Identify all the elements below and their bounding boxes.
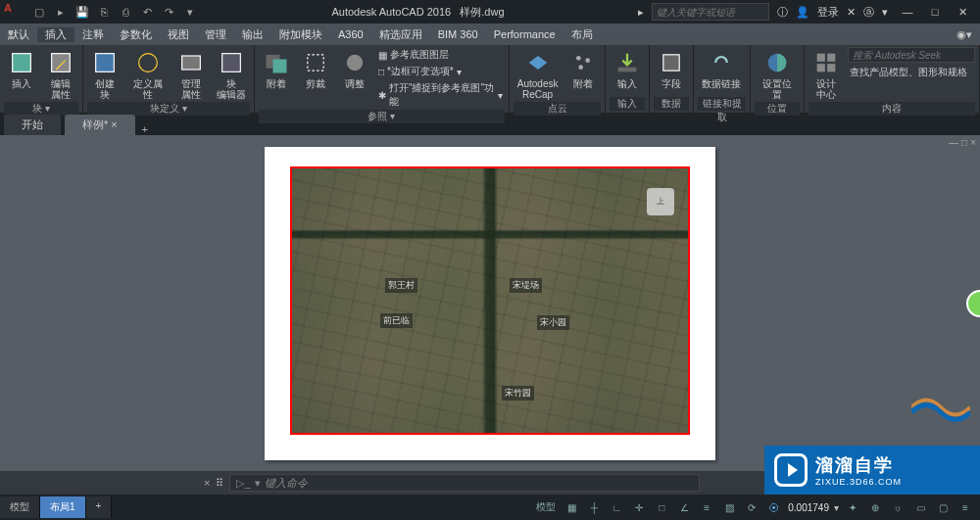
- user-icon[interactable]: 👤: [796, 6, 809, 19]
- viewport[interactable]: 上 郭王村 宋堤场 前已临 宋小园 宋竹园: [290, 166, 690, 435]
- otrack-icon[interactable]: ∠: [675, 498, 693, 516]
- panel-title: 参照 ▾: [259, 110, 505, 123]
- clean-screen-icon[interactable]: ▢: [934, 498, 952, 516]
- a360-icon[interactable]: ⓐ: [863, 5, 874, 20]
- cmdline-handle-icon[interactable]: ⠿: [216, 477, 223, 490]
- insert-button[interactable]: 插入: [4, 47, 39, 91]
- panel-title: 块 ▾: [4, 102, 78, 116]
- view-cube[interactable]: 上: [647, 188, 674, 215]
- exchange-icon[interactable]: ✕: [847, 6, 856, 19]
- transparency-icon[interactable]: ▨: [720, 498, 738, 516]
- annotation-scale[interactable]: 0.001749: [788, 502, 829, 513]
- close-button[interactable]: ✕: [951, 6, 974, 19]
- print-icon[interactable]: ⎙: [118, 4, 133, 20]
- adjust-button[interactable]: 调整: [337, 47, 372, 91]
- edit-attribute-button[interactable]: 编辑 属性: [43, 47, 78, 102]
- tab-addins[interactable]: 附加模块: [271, 27, 330, 42]
- saveas-icon[interactable]: ⎘: [96, 4, 112, 20]
- tab-insert[interactable]: 插入: [37, 27, 74, 42]
- clip-button[interactable]: 剪裁: [298, 47, 333, 91]
- cmdline-close-icon[interactable]: ×: [204, 477, 210, 489]
- undo-icon[interactable]: ↶: [139, 4, 155, 20]
- tab-default[interactable]: 默认: [0, 27, 37, 42]
- datalink-button[interactable]: 数据链接: [698, 47, 745, 91]
- isolate-icon[interactable]: ▭: [911, 498, 929, 516]
- svg-rect-13: [618, 68, 637, 72]
- lineweight-icon[interactable]: ≡: [698, 498, 715, 516]
- command-input[interactable]: ▷_▾ 键入命令: [229, 474, 700, 492]
- ribbon-settings-icon[interactable]: ◉▾: [956, 28, 972, 41]
- model-tab[interactable]: 模型: [0, 496, 40, 518]
- hardware-accel-icon[interactable]: ☼: [889, 498, 906, 516]
- workspace-switch-icon[interactable]: ✦: [844, 498, 861, 516]
- layout1-tab[interactable]: 布局1: [40, 496, 86, 518]
- help-search-input[interactable]: [652, 3, 769, 21]
- viewport-window-controls[interactable]: —□×: [949, 137, 976, 148]
- field-button[interactable]: 字段: [654, 47, 689, 91]
- block-editor-button[interactable]: 块 编辑器: [213, 47, 250, 102]
- tab-parametric[interactable]: 参数化: [112, 27, 160, 42]
- tab-a360[interactable]: A360: [330, 28, 371, 40]
- add-tab-button[interactable]: +: [135, 123, 155, 135]
- start-tab[interactable]: 开始: [4, 115, 61, 135]
- attach-pc-button[interactable]: 附着: [565, 47, 601, 91]
- osnap-icon[interactable]: □: [653, 498, 670, 516]
- qat-dropdown-icon[interactable]: ▾: [182, 4, 198, 20]
- panel-title: 链接和提取: [698, 97, 745, 111]
- tab-performance[interactable]: Performance: [486, 28, 564, 40]
- panel-block: 插入 编辑 属性 块 ▾: [0, 45, 83, 113]
- tab-layout[interactable]: 布局: [564, 27, 601, 42]
- snap-icon[interactable]: ┼: [585, 498, 603, 516]
- open-icon[interactable]: ▸: [53, 4, 69, 20]
- aerial-underlay-image: 上 郭王村 宋堤场 前已临 宋小园 宋竹园: [292, 168, 688, 433]
- recap-button[interactable]: Autodesk ReCap: [514, 47, 563, 102]
- tab-manage[interactable]: 管理: [197, 27, 234, 42]
- tab-featured[interactable]: 精选应用: [371, 27, 430, 42]
- cycling-icon[interactable]: ⟳: [743, 498, 760, 516]
- watermark-wave-icon: [911, 393, 970, 422]
- manage-attribute-button[interactable]: 管理 属性: [173, 47, 209, 102]
- window-title: Autodesk AutoCAD 2016 样例.dwg: [198, 5, 638, 20]
- svg-rect-2: [96, 54, 115, 72]
- drawing-tab[interactable]: 样例* ×: [65, 115, 135, 135]
- snap-underlay-row[interactable]: ✱ 打开"捕捉到参考底图"功能▾: [376, 80, 505, 110]
- set-location-button[interactable]: 设置位置: [755, 47, 800, 102]
- watermark-brand: 溜溜自学: [815, 453, 902, 477]
- seek-search-input[interactable]: [848, 47, 975, 63]
- annoscale-icon[interactable]: 🞊: [765, 498, 783, 516]
- drawing-area[interactable]: —□× 上 郭王村 宋堤场 前已临 宋小园 宋竹园: [0, 135, 980, 471]
- import-button[interactable]: 输入: [610, 47, 645, 91]
- tab-annotate[interactable]: 注释: [74, 27, 112, 42]
- attach-button[interactable]: 附着: [259, 47, 294, 91]
- tab-close-icon[interactable]: ×: [111, 118, 117, 130]
- login-label[interactable]: 登录: [817, 5, 839, 20]
- customize-icon[interactable]: ≡: [956, 498, 974, 516]
- redo-icon[interactable]: ↷: [161, 4, 176, 20]
- info-icon[interactable]: ⓘ: [777, 5, 788, 20]
- model-paper-toggle[interactable]: 模型: [534, 498, 558, 516]
- new-icon[interactable]: ▢: [31, 4, 47, 20]
- design-center-button[interactable]: 设计 中心: [808, 47, 844, 102]
- tab-view[interactable]: 视图: [160, 27, 197, 42]
- panel-content: 设计 中心 查找产品模型、图形和规格 内容: [805, 45, 980, 113]
- tab-output[interactable]: 输出: [234, 27, 271, 42]
- help-dropdown-icon[interactable]: ▾: [882, 6, 888, 19]
- maximize-button[interactable]: □: [923, 6, 947, 19]
- panel-title: 输入: [610, 97, 645, 111]
- titlebar: A ▢ ▸ 💾 ⎘ ⎙ ↶ ↷ ▾ Autodesk AutoCAD 2016 …: [0, 0, 980, 24]
- underlay-layers-row[interactable]: ▦ 参考底图图层: [376, 47, 505, 63]
- annotation-monitor-icon[interactable]: ⊕: [866, 498, 884, 516]
- add-layout-button[interactable]: +: [86, 496, 113, 518]
- save-icon[interactable]: 💾: [74, 4, 90, 20]
- minimize-button[interactable]: —: [896, 6, 919, 19]
- polar-icon[interactable]: ✛: [630, 498, 648, 516]
- define-attribute-button[interactable]: 定义属性: [126, 47, 170, 102]
- play-icon: [774, 453, 808, 487]
- nav-wheel-icon[interactable]: [966, 290, 980, 317]
- tab-bim360[interactable]: BIM 360: [430, 28, 486, 40]
- grid-icon[interactable]: ▦: [563, 498, 580, 516]
- panel-title: 内容: [808, 102, 975, 116]
- frame-options-row[interactable]: □ *边框可变选项*▾: [376, 64, 505, 79]
- create-block-button[interactable]: 创建块: [87, 47, 122, 102]
- ortho-icon[interactable]: ∟: [608, 498, 625, 516]
